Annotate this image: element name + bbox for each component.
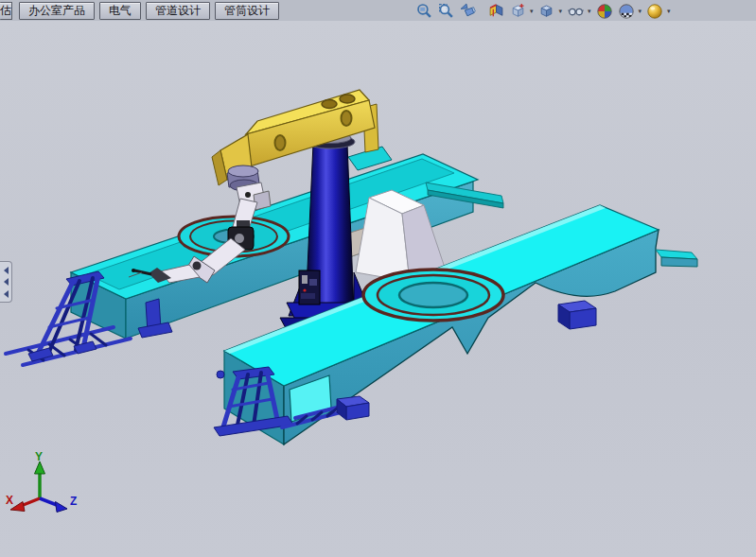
tab-piping-design[interactable]: 管道设计 [146, 2, 210, 20]
section-view-glyph [488, 3, 504, 19]
apply-scene-icon[interactable] [617, 2, 636, 21]
hide-show-items-glyph [568, 3, 584, 19]
column-mounted-unit[interactable] [299, 270, 320, 305]
axis-y-label: Y [35, 450, 43, 463]
dropdown-arrow[interactable]: ▾ [588, 2, 591, 21]
view-orientation-icon[interactable] [508, 2, 527, 21]
tab-tubing-design[interactable]: 管筒设计 [215, 2, 279, 20]
view-settings-icon[interactable] [645, 2, 664, 21]
zoom-to-fit-icon[interactable] [414, 2, 433, 21]
model-scene: Y X Z [0, 21, 756, 557]
command-tabs: 估 办公室产品 电气 管道设计 管筒设计 [0, 0, 284, 21]
axis-z-label: Z [70, 495, 77, 508]
beam-end-support-block[interactable] [558, 301, 596, 329]
previous-view-glyph [460, 3, 476, 19]
graphics-area[interactable]: Y X Z [0, 21, 756, 557]
tab-office-products[interactable]: 办公室产品 [19, 2, 95, 20]
panel-expand-arrow-icon [4, 278, 9, 286]
dropdown-arrow[interactable]: ▾ [639, 2, 642, 21]
previous-view-icon[interactable] [458, 2, 477, 21]
edit-appearance-icon[interactable] [595, 2, 614, 21]
dropdown-arrow[interactable]: ▾ [559, 2, 563, 21]
heads-up-view-toolbar: ▾ ▾ ▾ [414, 1, 672, 21]
solidworks-window: { "tabs": { "partial_label": "估", "items… [0, 0, 756, 557]
panel-expand-arrow-icon [4, 267, 9, 274]
panel-expand-arrow-icon [4, 290, 9, 298]
hide-show-items-icon[interactable] [566, 2, 585, 21]
apply-scene-glyph [618, 3, 635, 20]
dropdown-arrow[interactable]: ▾ [530, 2, 534, 21]
zoom-to-area-glyph [438, 3, 454, 19]
axis-x-label: X [6, 494, 13, 507]
zoom-to-area-icon[interactable] [436, 2, 455, 21]
section-view-icon[interactable] [486, 2, 505, 21]
feature-panel-splitter[interactable] [0, 261, 12, 303]
dropdown-arrow[interactable]: ▾ [667, 2, 671, 21]
display-style-icon[interactable] [537, 2, 556, 21]
command-manager-toolbar: 估 办公室产品 电气 管道设计 管筒设计 [0, 0, 756, 22]
view-settings-glyph [646, 3, 663, 20]
tab-partial-evaluate[interactable]: 估 [0, 2, 12, 20]
display-style-glyph [538, 3, 554, 19]
tab-electrical[interactable]: 电气 [99, 2, 141, 20]
view-orientation-glyph [510, 3, 526, 19]
zoom-to-fit-glyph [416, 3, 432, 19]
orientation-triad: Y X Z [6, 450, 77, 513]
rotary-ring-right[interactable] [363, 270, 503, 321]
edit-appearance-glyph [596, 3, 613, 20]
